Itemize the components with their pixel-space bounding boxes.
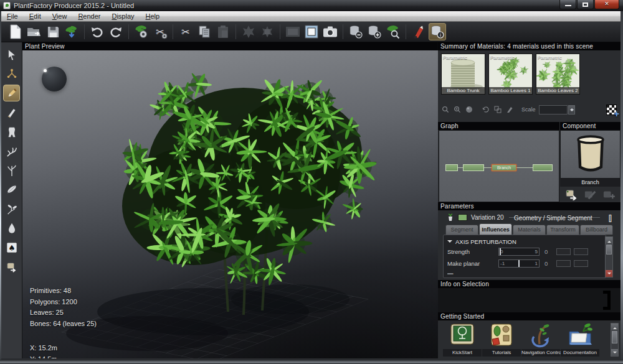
planar-curve-box-1[interactable] — [556, 260, 571, 267]
paint-tool-icon[interactable] — [410, 23, 427, 40]
maximize-button[interactable] — [577, 0, 594, 9]
select-tool[interactable] — [3, 46, 20, 63]
parameters-header: Parameters — [438, 202, 621, 210]
menu-display[interactable]: Display — [106, 12, 140, 21]
make-planar-row: Make planar -1 1 0 — [447, 258, 602, 269]
align-nodes-1-icon[interactable] — [240, 23, 257, 40]
import-plant-icon[interactable] — [63, 23, 80, 40]
app-icon — [3, 2, 11, 9]
trunk-tool[interactable] — [3, 123, 20, 140]
scroll-thumb[interactable] — [612, 331, 617, 343]
open-file-icon[interactable] — [26, 23, 43, 40]
viewport-3d[interactable]: Primitives: 48 Polygons: 1200 Leaves: 25… — [22, 50, 438, 358]
graph-node[interactable] — [445, 164, 458, 171]
node-tool[interactable] — [3, 65, 20, 82]
collection-remove-icon[interactable] — [347, 23, 364, 40]
tab-materials[interactable]: Materials — [513, 225, 546, 235]
menu-file[interactable]: File — [1, 12, 24, 21]
paste-icon[interactable] — [214, 23, 232, 40]
undo-icon[interactable] — [88, 23, 106, 40]
twig-tool[interactable] — [3, 162, 20, 179]
graph-node[interactable] — [463, 164, 484, 171]
graph-node-branch[interactable]: Branch — [492, 164, 516, 171]
scroll-thumb[interactable] — [606, 245, 612, 254]
minimize-button[interactable] — [559, 0, 576, 9]
kickstart-icon — [449, 323, 475, 348]
tab-transform[interactable]: Transform — [546, 225, 579, 235]
parameters-scrollbar[interactable] — [605, 236, 613, 278]
branch-tool[interactable] — [3, 142, 20, 159]
twig-leaves-tool[interactable] — [3, 200, 20, 217]
align-nodes-2-icon[interactable] — [259, 23, 276, 40]
menu-view[interactable]: View — [47, 12, 73, 21]
collection-info-icon[interactable]: i — [429, 23, 446, 40]
save-file-icon[interactable] — [44, 23, 62, 40]
scroll-down-arrow[interactable] — [611, 349, 618, 356]
sphere-preview-icon[interactable] — [465, 106, 473, 113]
leaf-tool[interactable] — [3, 181, 20, 198]
pencil-tool[interactable] — [3, 85, 20, 101]
make-planar-slider[interactable]: -1 1 — [498, 259, 540, 268]
scroll-up-arrow[interactable] — [606, 237, 612, 244]
navigation-controls-item[interactable]: Navigation Controls — [521, 323, 560, 358]
collection-add-icon[interactable] — [366, 23, 383, 40]
swap-materials-icon[interactable] — [494, 106, 502, 113]
scroll-up-arrow[interactable] — [611, 324, 618, 330]
strength-curve-box-1[interactable] — [556, 248, 571, 255]
new-file-icon[interactable] — [7, 23, 24, 40]
tab-segment[interactable]: Segment — [445, 225, 478, 235]
material-thumb-bamboo-leaves-1[interactable]: Parametric Bamboo Leaves 1 — [488, 54, 533, 95]
edit-component-icon[interactable] — [583, 189, 597, 203]
export-component-icon[interactable] — [565, 189, 579, 203]
tutorials-item[interactable]: Tutorials — [482, 323, 521, 358]
close-button[interactable]: ✕ — [594, 0, 619, 9]
cut-settings-icon[interactable]: ✂ — [151, 23, 169, 40]
strength-slider[interactable]: 0 5 — [498, 248, 540, 256]
camera-icon[interactable] — [321, 23, 339, 40]
pick-material-icon[interactable] — [506, 106, 513, 113]
graph-node[interactable] — [533, 164, 553, 171]
variation-label[interactable]: Variation 20 — [471, 214, 504, 221]
copy-icon[interactable] — [196, 23, 213, 40]
knife-tool[interactable] — [3, 104, 20, 121]
tab-billboard[interactable]: Billboard — [580, 225, 613, 235]
cut-icon[interactable]: ✂ — [177, 23, 194, 40]
planar-curve-box-2[interactable] — [574, 260, 588, 267]
titlebar[interactable]: PlantFactory Producer 2015.2 - Untitled … — [0, 0, 623, 11]
variation-color-swatch[interactable] — [458, 214, 467, 221]
svg-text:i: i — [440, 32, 441, 38]
scroll-down-arrow[interactable] — [606, 270, 612, 277]
getting-started-header: Getting Started — [438, 312, 621, 320]
tab-influences[interactable]: Influences — [479, 223, 512, 235]
menu-render[interactable]: Render — [72, 12, 106, 21]
scale-spinner[interactable] — [568, 105, 575, 114]
redo-icon[interactable] — [107, 23, 125, 40]
menu-help[interactable]: Help — [140, 12, 166, 21]
plant-settings-icon[interactable] — [133, 23, 150, 40]
add-texture-icon[interactable] — [606, 105, 617, 115]
export-tool[interactable] — [3, 258, 20, 275]
snapshot-image-icon[interactable] — [284, 23, 302, 40]
component-cylinder — [574, 134, 607, 174]
zoom-out-icon[interactable] — [442, 106, 449, 113]
add-component-icon[interactable] — [602, 189, 616, 203]
sun-light-widget[interactable] — [42, 67, 67, 91]
render-frame-icon[interactable] — [303, 23, 320, 40]
strength-curve-box-2[interactable] — [574, 248, 588, 255]
material-thumb-bamboo-trunk[interactable]: Parametric Bamboo Trunk — [441, 54, 485, 95]
axis-perturbation-section[interactable]: AXIS PERTURBATION — [447, 237, 602, 246]
spade-tool[interactable]: ♠ — [3, 239, 20, 256]
scale-input[interactable] — [539, 105, 568, 114]
refresh-materials-icon[interactable] — [482, 106, 490, 113]
zoom-in-icon[interactable] — [454, 106, 461, 113]
kickstart-item[interactable]: KickStart — [443, 323, 482, 358]
component-preview[interactable] — [560, 130, 621, 179]
material-thumb-bamboo-leaves-2[interactable]: Parametric Bamboo Leaves 2 — [536, 54, 580, 95]
droplet-tool[interactable] — [3, 220, 20, 236]
graph-canvas[interactable]: Branch — [439, 130, 559, 202]
menu-edit[interactable]: Edit — [24, 12, 47, 21]
documentation-item[interactable]: Documentation — [561, 323, 599, 358]
getting-started-scrollbar[interactable] — [611, 323, 619, 357]
find-plant-icon[interactable] — [384, 23, 402, 40]
tool-palette: ♠ — [1, 42, 22, 358]
